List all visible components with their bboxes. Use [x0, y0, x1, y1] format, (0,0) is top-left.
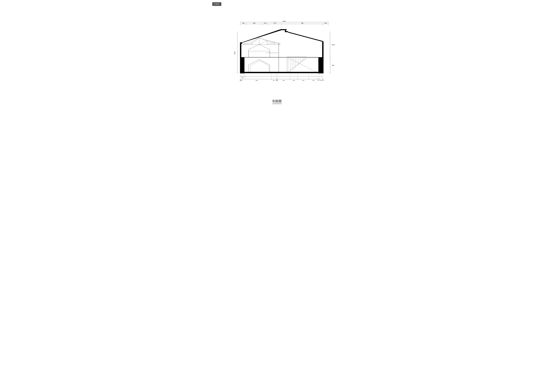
svg-text:3500: 3500	[332, 65, 334, 66]
svg-line-96	[267, 40, 275, 42]
svg-line-52	[287, 57, 318, 73]
svg-text:1500: 1500	[293, 80, 295, 81]
svg-line-103	[267, 40, 280, 44]
svg-text:2100: 2100	[302, 80, 304, 81]
svg-text:2400: 2400	[282, 80, 285, 81]
svg-text:1210: 1210	[264, 22, 266, 24]
svg-line-47	[259, 44, 270, 49]
svg-line-102	[267, 42, 275, 44]
svg-text:920: 920	[273, 80, 275, 81]
svg-text:240: 240	[241, 80, 242, 81]
svg-text:900: 900	[320, 80, 322, 81]
svg-text:5640: 5640	[256, 80, 258, 81]
svg-rect-32	[240, 72, 324, 73]
svg-container: 17000 1240 3000 1210 2570	[216, 13, 339, 91]
svg-line-43	[259, 60, 270, 65]
svg-text:17000: 17000	[282, 21, 286, 22]
svg-line-42	[249, 60, 259, 65]
svg-line-93	[242, 43, 251, 44]
svg-line-95	[259, 38, 267, 40]
svg-text:1000: 1000	[324, 22, 327, 24]
drawing-area: 17000 1240 3000 1210 2570	[212, 13, 342, 104]
page: CAD 17000 1240 3000	[208, 0, 346, 106]
svg-text:1240: 1240	[242, 22, 245, 24]
drawing-title-container: 剖面图	[272, 95, 282, 104]
svg-text:1760: 1760	[312, 80, 314, 81]
svg-rect-37	[285, 31, 288, 32]
svg-marker-38	[288, 32, 323, 42]
svg-line-98	[242, 38, 259, 44]
svg-text:2570: 2570	[273, 22, 276, 24]
svg-marker-33	[240, 29, 282, 43]
svg-text:100: 100	[322, 80, 324, 81]
svg-line-100	[259, 40, 267, 44]
drawing-title: 剖面图	[272, 99, 282, 104]
svg-text:9328,7: 9328,7	[234, 51, 235, 55]
svg-rect-178	[240, 57, 244, 73]
svg-text:900: 900	[242, 77, 243, 78]
svg-rect-179	[318, 57, 324, 73]
svg-line-46	[249, 44, 259, 49]
cad-badge: CAD	[212, 2, 221, 6]
svg-line-110	[260, 61, 269, 66]
svg-text:80: 80	[277, 80, 278, 81]
svg-line-109	[250, 61, 260, 66]
svg-rect-39	[240, 42, 242, 44]
svg-text:3000: 3000	[253, 22, 255, 24]
svg-text:5828,7: 5828,7	[332, 44, 335, 45]
svg-text:7980: 7980	[301, 22, 303, 24]
svg-text:240: 240	[318, 80, 319, 81]
svg-line-97	[275, 42, 280, 43]
